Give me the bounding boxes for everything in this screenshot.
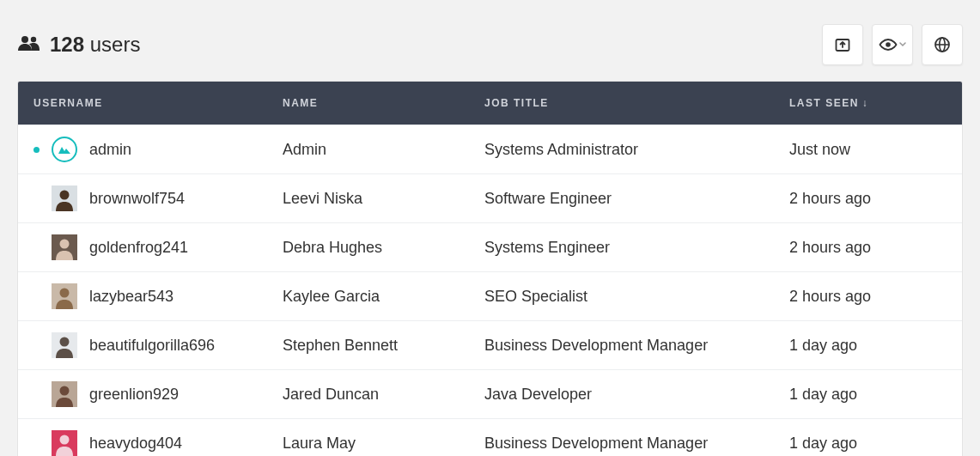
svg-point-3 (886, 42, 891, 47)
cell-job: Software Engineer (469, 174, 774, 223)
username-text: goldenfrog241 (89, 239, 188, 257)
svg-point-10 (60, 240, 70, 249)
cell-name: Kaylee Garcia (267, 272, 469, 321)
cell-last-seen: Just now (774, 125, 962, 174)
table-row[interactable]: lazybear543 Kaylee Garcia SEO Specialist… (18, 272, 962, 321)
cell-job: Java Developer (469, 370, 774, 419)
sort-descending-icon: ↓ (862, 97, 869, 109)
users-table: USERNAME NAME JOB TITLE LAST SEEN↓ admin (17, 81, 963, 456)
cell-last-seen: 2 hours ago (774, 272, 962, 321)
table-row[interactable]: goldenfrog241 Debra Hughes Systems Engin… (18, 223, 962, 272)
avatar (52, 234, 77, 260)
users-icon (17, 34, 41, 55)
page-header: 128 users (17, 24, 963, 65)
online-indicator (33, 147, 40, 153)
svg-point-12 (60, 289, 70, 298)
cell-last-seen: 1 day ago (774, 321, 962, 370)
svg-point-16 (60, 386, 70, 396)
page-title: 128 users (50, 33, 140, 57)
avatar (52, 430, 77, 456)
avatar (52, 332, 77, 358)
header-actions (822, 24, 963, 65)
table-row[interactable]: admin Admin Systems Administrator Just n… (18, 125, 962, 174)
column-header-name[interactable]: NAME (267, 82, 469, 125)
cell-username: beautifulgorilla696 (18, 321, 267, 370)
avatar (52, 283, 77, 309)
mountain-icon (58, 144, 71, 155)
globe-icon (934, 36, 951, 53)
cell-name: Jared Duncan (267, 370, 469, 419)
cell-username: heavydog404 (18, 419, 267, 457)
globe-button[interactable] (922, 24, 963, 65)
table-row[interactable]: brownwolf754 Leevi Niska Software Engine… (18, 174, 962, 223)
cell-username: goldenfrog241 (18, 223, 267, 272)
cell-name: Leevi Niska (267, 174, 469, 223)
table-header: USERNAME NAME JOB TITLE LAST SEEN↓ (18, 82, 962, 125)
chevron-down-icon (899, 42, 906, 47)
cell-username: lazybear543 (18, 272, 267, 321)
svg-point-14 (60, 337, 70, 347)
cell-name: Stephen Bennett (267, 321, 469, 370)
cell-name: Admin (267, 125, 469, 174)
cell-job: Systems Administrator (469, 125, 774, 174)
export-icon (834, 36, 851, 53)
username-text: heavydog404 (89, 435, 182, 453)
username-text: lazybear543 (89, 288, 173, 306)
cell-username: greenlion929 (18, 370, 267, 419)
table-row[interactable]: greenlion929 Jared Duncan Java Developer… (18, 370, 962, 419)
username-text: greenlion929 (89, 386, 179, 404)
username-text: brownwolf754 (89, 190, 185, 208)
visibility-dropdown-button[interactable] (872, 24, 913, 65)
cell-last-seen: 1 day ago (774, 419, 962, 457)
cell-name: Laura May (267, 419, 469, 457)
cell-job: SEO Specialist (469, 272, 774, 321)
column-header-username[interactable]: USERNAME (18, 82, 267, 125)
column-header-last-seen[interactable]: LAST SEEN↓ (774, 82, 962, 125)
column-header-job[interactable]: JOB TITLE (469, 82, 774, 125)
cell-job: Business Development Manager (469, 321, 774, 370)
svg-point-18 (60, 435, 70, 445)
svg-point-8 (60, 191, 70, 200)
cell-name: Debra Hughes (267, 223, 469, 272)
cell-username: admin (18, 125, 267, 174)
username-text: beautifulgorilla696 (89, 337, 215, 355)
svg-point-0 (21, 36, 28, 43)
cell-job: Business Development Manager (469, 419, 774, 457)
avatar (52, 137, 77, 162)
avatar (52, 381, 77, 407)
eye-icon (879, 39, 898, 51)
svg-point-1 (31, 37, 36, 42)
avatar (52, 185, 77, 211)
table-row[interactable]: heavydog404 Laura May Business Developme… (18, 419, 962, 457)
cell-last-seen: 2 hours ago (774, 223, 962, 272)
cell-job: Systems Engineer (469, 223, 774, 272)
title-group: 128 users (17, 33, 140, 57)
username-text: admin (89, 141, 131, 159)
cell-last-seen: 2 hours ago (774, 174, 962, 223)
table-row[interactable]: beautifulgorilla696 Stephen Bennett Busi… (18, 321, 962, 370)
export-button[interactable] (822, 24, 863, 65)
cell-username: brownwolf754 (18, 174, 267, 223)
cell-last-seen: 1 day ago (774, 370, 962, 419)
